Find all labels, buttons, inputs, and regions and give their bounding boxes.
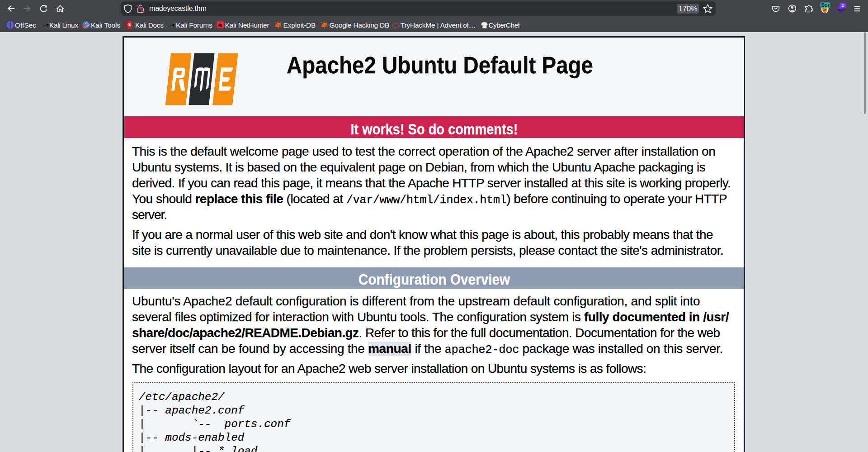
svg-text:2: 2	[841, 3, 844, 8]
svg-text:Bur: Bur	[821, 2, 830, 8]
svg-text:π: π	[84, 24, 86, 29]
